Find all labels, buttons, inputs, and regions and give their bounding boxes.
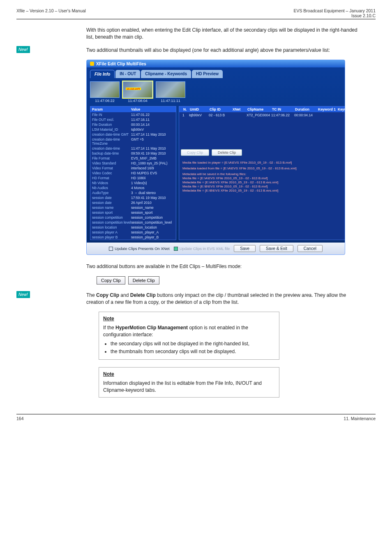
log-l6: Media file = [E:\B\EVS XFile 2010_05_19 … bbox=[182, 185, 345, 189]
param-row: session competition levelsession_competi… bbox=[90, 220, 176, 225]
ftr-left: 164 bbox=[16, 416, 24, 421]
para2: Two additional buttons are available in … bbox=[86, 263, 363, 270]
thumb-2[interactable]: un.out.uv/V 11:47:08:04 bbox=[123, 81, 152, 103]
note-1-body: If the HyperMotion Clip Management optio… bbox=[103, 324, 275, 339]
col-clipid: Clip ID bbox=[207, 107, 230, 111]
new-badge-1: New! bbox=[16, 46, 30, 53]
param-value: 11:47:14 11 May 2010 bbox=[131, 132, 166, 136]
note-1: Note If the HyperMotion Clip Management … bbox=[95, 312, 355, 360]
thumb-3[interactable]: 11:47:11:11 bbox=[156, 81, 185, 103]
tab-clipname[interactable]: Clipname - Keywords bbox=[141, 70, 191, 78]
param-value: interlaced 16/9 bbox=[131, 166, 154, 170]
thumb-img-1 bbox=[90, 81, 120, 98]
param-row: creation date-time GMT11:47:14 11 May 20… bbox=[90, 132, 176, 137]
header-rule bbox=[16, 19, 376, 19]
titlebar: XFile Edit Clip MultiFiles bbox=[87, 60, 345, 67]
param-row: backup date-time09:59:41 19 May 2010 bbox=[90, 151, 176, 156]
log-l1: Media file loaded in player = [E:\A\EVS … bbox=[182, 161, 345, 165]
delete-clip-button[interactable]: Delete Clip bbox=[212, 149, 242, 156]
param-value: Iqb99xV bbox=[131, 127, 144, 132]
param-value: session_name bbox=[131, 206, 154, 210]
param-key: session sport bbox=[92, 210, 131, 215]
chk-update-xml[interactable]: Update Clips in EVS XML file bbox=[174, 246, 230, 251]
param-row: File OUT excl.11:47:16.11 bbox=[90, 117, 176, 122]
param-key: session date bbox=[92, 196, 131, 200]
param-row: HD FormatHD 1080i bbox=[90, 176, 176, 180]
param-key: session competition bbox=[92, 215, 131, 220]
intro-p1: With this option enabled, when entering … bbox=[86, 27, 363, 41]
param-value: 00:00:14.14 bbox=[131, 123, 150, 127]
param-key: LSM Material_ID bbox=[92, 127, 131, 132]
col-tcin: TC IN bbox=[270, 107, 293, 111]
param-row: Video CodecHD MJPEG EVS bbox=[90, 171, 176, 176]
param-key: File IN bbox=[92, 113, 131, 117]
note-2-title: Note bbox=[103, 371, 275, 378]
log-l3: Metadata will be saved in the following … bbox=[182, 172, 345, 176]
col-umid: UmID bbox=[187, 107, 207, 111]
save-exit-button[interactable]: Save & Exit bbox=[260, 245, 293, 252]
copy-clip-button[interactable]: Copy Clip bbox=[181, 149, 209, 156]
param-key: session player A bbox=[92, 230, 131, 234]
param-col-value: Value bbox=[131, 107, 140, 111]
param-row: session sportsession_sport bbox=[90, 210, 176, 215]
page-footer: 164 11. Maintenance bbox=[16, 414, 376, 421]
param-key: session name bbox=[92, 206, 131, 210]
param-row: Video StandardHD_1080 sys_25 (PAL) bbox=[90, 161, 176, 166]
param-key: creation date-time TimeZone bbox=[92, 137, 131, 146]
param-key: File Format bbox=[92, 156, 131, 160]
col-k2: Keyword 2 bbox=[335, 107, 345, 111]
param-key: backup date-time bbox=[92, 151, 131, 155]
param-value: HD 1080i bbox=[131, 176, 145, 180]
param-value: 1 Video(s) bbox=[131, 181, 147, 185]
param-row: File FormatEVS_MXF_2MB bbox=[90, 156, 176, 161]
param-pane: Param Value File IN11:47:01.22File OUT e… bbox=[90, 106, 176, 240]
param-key: File OUT excl. bbox=[92, 118, 131, 122]
cell-xnet bbox=[229, 113, 244, 117]
param-row: File Duration00:00:14.14 bbox=[90, 122, 176, 127]
thumb-1[interactable]: 11:47:06:22 bbox=[90, 81, 120, 103]
note-1-li1: the secondary clips will not be displaye… bbox=[111, 340, 275, 347]
cancel-button[interactable]: Cancel bbox=[297, 245, 323, 252]
param-value: 4 Monos bbox=[131, 186, 145, 190]
note-1-box: Note If the HyperMotion Clip Management … bbox=[99, 312, 279, 360]
col-xnet: XNet bbox=[230, 107, 245, 111]
param-key: session location bbox=[92, 225, 131, 229]
tab-file-info[interactable]: File Info bbox=[90, 70, 115, 78]
param-key: session competition level bbox=[92, 220, 131, 224]
tab-in-out[interactable]: IN - OUT bbox=[115, 70, 140, 78]
param-key: HD Format bbox=[92, 176, 131, 180]
hdr-issue: Issue 2.10.C bbox=[293, 13, 376, 18]
param-row: session date17:59:41 19 May 2010 bbox=[90, 195, 176, 200]
hdr-right: EVS Broadcast Equipment – January 2011 bbox=[293, 8, 376, 13]
tab-hd-preview[interactable]: HD Preview bbox=[192, 70, 223, 78]
save-button[interactable]: Save bbox=[234, 245, 256, 252]
param-row: session locationsession_location bbox=[90, 225, 176, 230]
ftr-right: 11. Maintenance bbox=[344, 416, 376, 421]
param-row: creation date-time TimeZoneGMT +5 bbox=[90, 137, 176, 146]
param-row: session competitionsession_competition bbox=[90, 215, 176, 220]
param-key: AudioType bbox=[92, 191, 131, 195]
cell-n: 1 bbox=[180, 113, 187, 117]
param-key: creation date-time bbox=[92, 146, 131, 150]
bottom-bar: Update Clips Presents On XNet Update Cli… bbox=[87, 243, 345, 254]
param-row: session player Asession_player_A bbox=[90, 230, 176, 235]
log-l5: Metadata file = [E:\A\EVS XFile 2010_05_… bbox=[182, 180, 345, 185]
chk-update-xnet[interactable]: Update Clips Presents On XNet bbox=[109, 246, 170, 251]
page-header: Xfile – Version 2.10 – User's Manual EVS… bbox=[16, 8, 376, 18]
param-key: Nb Audios bbox=[92, 186, 131, 190]
para3: The Copy Clip and Delete Clip buttons on… bbox=[86, 292, 363, 306]
param-row: AudioType3 → dual stereo bbox=[90, 190, 176, 195]
param-col-param: Param bbox=[92, 107, 131, 111]
cell-clipid: 02 - 613 B bbox=[206, 113, 229, 117]
app-window: XFile Edit Clip MultiFiles File Info IN … bbox=[86, 60, 345, 255]
tabs-row: File Info IN - OUT Clipname - Keywords H… bbox=[87, 67, 345, 78]
param-value: HD_1080 sys_25 (PAL) bbox=[131, 161, 168, 165]
param-row: Nb Videos1 Video(s) bbox=[90, 180, 176, 185]
param-key: Video Standard bbox=[92, 161, 131, 165]
grid-row[interactable]: 1 Iqb99xV 02 - 613 B XT2_PGE0004 11:47:0… bbox=[179, 112, 345, 118]
param-value: GMT +5 bbox=[131, 137, 144, 146]
param-row: creation date-time11:47:14 11 May 2010 bbox=[90, 146, 176, 151]
log-l7: Metadata file = [E:\B\EVS XFile 2010_05_… bbox=[182, 189, 345, 193]
hdr-left: Xfile – Version 2.10 – User's Manual bbox=[16, 8, 86, 18]
thumb-img-3 bbox=[156, 81, 185, 98]
